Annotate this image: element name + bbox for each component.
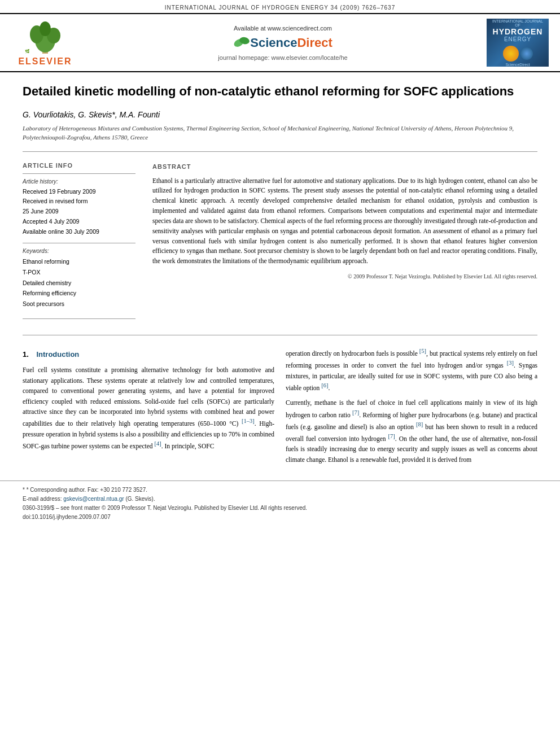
logo-bar: 🌿 ELSEVIER Available at www.sciencedirec…: [0, 13, 560, 72]
authors: G. Vourliotakis, G. Skevis*, M.A. Founti: [23, 106, 537, 121]
article-title: Detailed kinetic modelling of non-cataly…: [23, 72, 537, 106]
footnote-email-name: (G. Skevis).: [125, 496, 155, 502]
svg-point-4: [40, 21, 51, 36]
cover-energy-text: ENERGY: [504, 36, 531, 42]
main-content: 1. Introduction Fuel cell systems consti…: [23, 335, 537, 469]
keywords-label: Keywords:: [23, 248, 135, 254]
cite-8: [8]: [416, 421, 423, 427]
sd-brand-text: ScienceDirect: [250, 36, 333, 50]
footnote-doi: doi:10.1016/j.ijhydene.2009.07.007: [23, 513, 537, 522]
elsevier-tree-icon: 🌿: [23, 19, 68, 55]
journal-cover: INTERNATIONAL JOURNAL OF HYDROGEN ENERGY…: [487, 19, 549, 67]
section1-heading: 1. Introduction: [23, 349, 274, 360]
sciencedirect-logo: ScienceDirect: [79, 35, 487, 51]
sd-leaf-icon: [233, 35, 250, 51]
footnote-email-link[interactable]: gskevis@central.ntua.gr: [63, 496, 124, 502]
elsevier-text: ELSEVIER: [18, 56, 72, 67]
article-history-label: Article history:: [23, 178, 135, 185]
article-info-panel: ARTICLE INFO Article history: Received 1…: [23, 162, 135, 324]
right-paragraph-2: Currently, methane is the fuel of choice…: [286, 397, 537, 465]
footnote-issn: 0360-3199/$ – see front matter © 2009 Pr…: [23, 504, 537, 513]
divider-info-1: [23, 173, 135, 174]
cite-6: [6]: [321, 382, 328, 388]
svg-text:🌿: 🌿: [25, 49, 30, 54]
footnote-star: *: [23, 487, 27, 493]
abstract-text: Ethanol is a particularly attractive alt…: [152, 176, 537, 267]
page: INTERNATIONAL JOURNAL OF HYDROGEN ENERGY…: [0, 0, 560, 747]
footnote-email-label: E-mail address:: [23, 496, 62, 502]
right-column: operation directly on hydrocarbon fuels …: [286, 347, 537, 469]
left-column: 1. Introduction Fuel cell systems consti…: [23, 347, 274, 469]
keywords-list: Ethanol reforming T-POX Detailed chemist…: [23, 256, 135, 309]
affiliation: Laboratory of Heterogeneous Mixtures and…: [23, 121, 537, 147]
section1-name: Introduction: [36, 350, 79, 359]
journal-homepage: journal homepage: www.elsevier.com/locat…: [79, 54, 487, 61]
copyright-line: © 2009 Professor T. Nejat Veziroglu. Pub…: [152, 272, 537, 281]
divider-info-3: [23, 318, 135, 319]
elsevier-logo: 🌿 ELSEVIER: [11, 19, 79, 67]
keyword-5: Soot precursors: [23, 299, 135, 309]
journal-header-text: INTERNATIONAL JOURNAL OF HYDROGEN ENERGY…: [165, 5, 395, 11]
keyword-1: Ethanol reforming: [23, 256, 135, 267]
article-info-title: ARTICLE INFO: [23, 162, 135, 169]
footnote-email-row: E-mail address: gskevis@central.ntua.gr …: [23, 495, 537, 504]
keyword-3: Detailed chemistry: [23, 278, 135, 289]
article-footer: * * Corresponding author. Fax: +30 210 7…: [0, 480, 560, 526]
cite-3: [3]: [507, 360, 514, 366]
article-dates: Received 19 February 2009 Received in re…: [23, 187, 135, 237]
abstract-title: ABSTRACT: [152, 162, 537, 172]
cite-7b: [7]: [388, 433, 395, 439]
received-date-2: Received in revised form25 June 2009: [23, 196, 135, 217]
cover-hydrogen-text: HYDROGEN: [493, 27, 543, 36]
article-body: Detailed kinetic modelling of non-cataly…: [0, 72, 560, 469]
available-online-date: Available online 30 July 2009: [23, 227, 135, 237]
journal-header: INTERNATIONAL JOURNAL OF HYDROGEN ENERGY…: [0, 0, 560, 13]
keyword-2: T-POX: [23, 267, 135, 278]
divider-info-2: [23, 243, 135, 243]
accepted-date: Accepted 4 July 2009: [23, 217, 135, 227]
footnote-corresponding: * * Corresponding author. Fax: +30 210 7…: [23, 486, 537, 495]
available-text: Available at www.sciencedirect.com: [79, 25, 487, 32]
received-date-1: Received 19 February 2009: [23, 187, 135, 197]
keyword-4: Reforming efficiency: [23, 288, 135, 299]
article-info-abstract-row: ARTICLE INFO Article history: Received 1…: [23, 156, 537, 330]
cite-4: [4]: [154, 440, 161, 447]
divider-authors: [23, 151, 537, 152]
intro-paragraph-1: Fuel cell systems constitute a promising…: [23, 365, 274, 451]
cite-5: [5]: [419, 348, 426, 354]
footnote-corresponding-text: * Corresponding author. Fax: +30 210 772…: [27, 487, 147, 493]
cite-1-3: [1–3]: [242, 418, 255, 424]
section1-number: 1.: [23, 350, 29, 359]
cite-7a: [7]: [352, 409, 359, 416]
right-paragraph-1: operation directly on hydrocarbon fuels …: [286, 347, 537, 393]
center-links: Available at www.sciencedirect.com Scien…: [79, 25, 487, 61]
cover-intl-text: INTERNATIONAL JOURNAL OF: [489, 19, 546, 27]
abstract-section: ABSTRACT Ethanol is a particularly attra…: [152, 162, 537, 324]
